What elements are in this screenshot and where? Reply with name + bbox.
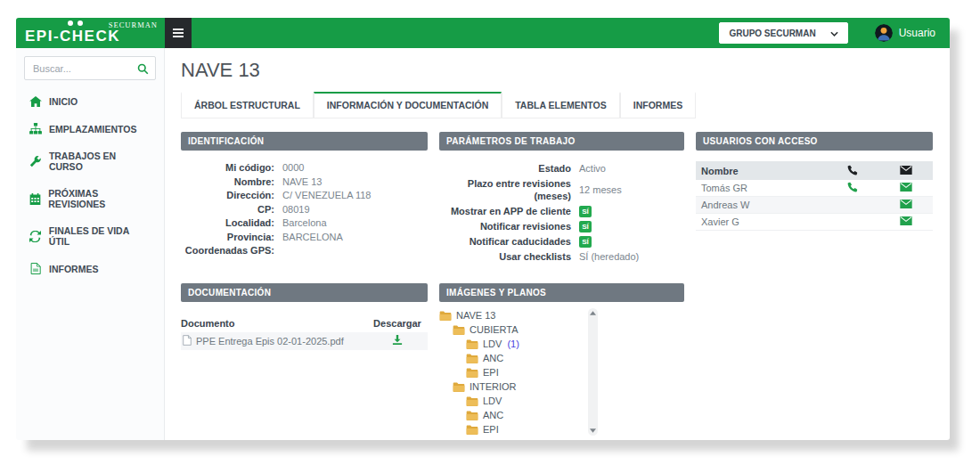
tree-item[interactable]: EPI (439, 365, 584, 379)
tree-item[interactable]: LDV (1) (439, 337, 584, 351)
work-params-fields: Estado Activo Plazo entre revisiones (me… (439, 162, 684, 263)
calendar-icon (29, 193, 41, 205)
field-value: SÍ (heredado) (579, 250, 684, 263)
field-value: Barcelona (282, 217, 428, 230)
sidebar-item[interactable]: PRÓXIMAS REVISIONES (16, 180, 164, 217)
user-menu[interactable]: Usuario (875, 18, 935, 48)
field-label: Mostrar en APP de cliente (439, 205, 571, 217)
documents-table-header: Documento Descargar (181, 314, 428, 332)
tree-scrollbar[interactable] (588, 308, 598, 436)
documents-table: Documento Descargar PPE Entrega Epis 02-… (181, 314, 428, 350)
sidebar: INICIO EMPLAZAMIENTOS TRABAJOS EN CURSO (16, 48, 165, 440)
work-params-panel-header: PARÁMETROS DE TRABAJO (439, 132, 684, 151)
brand-logo: SECURMAN EPI-CHECK (16, 18, 165, 48)
download-icon[interactable] (367, 335, 428, 347)
scroll-up-icon[interactable] (590, 311, 596, 315)
search-icon[interactable] (137, 62, 149, 78)
table-row: Andreas W (696, 197, 933, 214)
document-name[interactable]: PPE Entrega Epis 02-01-2025.pdf (196, 336, 344, 347)
sidebar-item[interactable]: INICIO (16, 88, 164, 115)
images-plans-panel: IMÁGENES Y PLANOS NAVE 13 (439, 283, 684, 436)
envelope-icon[interactable] (879, 200, 933, 210)
field-value: NAVE 13 (282, 176, 428, 189)
field-value: Activo (579, 162, 684, 175)
field-label: Notificar revisiones (439, 220, 571, 232)
field-value: SÍ (579, 206, 592, 217)
phone-icon[interactable] (826, 182, 879, 194)
search-input[interactable] (24, 56, 156, 80)
sidebar-item-label: EMPLAZAMIENTOS (49, 124, 136, 135)
field-label: Coordenadas GPS: (181, 245, 274, 257)
main-content: NAVE 13 ÁRBOL ESTRUCTURAL INFORMACIÓN Y … (165, 48, 950, 440)
envelope-icon (879, 166, 933, 176)
sidebar-item[interactable]: INFORMES (16, 255, 164, 282)
user-name: Xavier G (696, 216, 826, 227)
sidebar-item[interactable]: TRABAJOS EN CURSO (16, 143, 164, 180)
group-selector-value: GRUPO SECURMAN (729, 29, 815, 38)
tree-item-label: ANC (483, 353, 503, 363)
home-icon (29, 96, 42, 107)
file-pdf-icon (29, 263, 42, 274)
folder-icon (466, 368, 478, 378)
brand-product: EPI-CHECK (25, 29, 158, 43)
folder-icon (466, 425, 478, 435)
tree-item[interactable]: LDV (439, 394, 584, 408)
scroll-down-icon[interactable] (590, 428, 596, 433)
tab[interactable]: ÁRBOL ESTRUCTURAL (181, 92, 314, 118)
tree-item-label: EPI (483, 424, 499, 435)
tree-item-label: INTERIOR (470, 381, 517, 392)
tab[interactable]: INFORMACIÓN Y DOCUMENTACIÓN (314, 92, 502, 118)
folder-tree-items: NAVE 13 CUBIERTA (439, 308, 584, 436)
menu-toggle-button[interactable] (165, 18, 192, 48)
field-label: Usar checklists (439, 250, 571, 263)
group-selector[interactable]: GRUPO SECURMAN (719, 22, 847, 44)
tree-item-count: (1) (507, 338, 519, 349)
avatar (875, 24, 893, 42)
tab[interactable]: TABLA ELEMENTOS (502, 92, 619, 118)
users-table: Nombre Tomás GR (696, 161, 933, 231)
page-title: NAVE 13 (181, 59, 934, 82)
tab[interactable]: INFORMES (620, 92, 696, 118)
identification-panel-header: IDENTIFICACIÓN (181, 132, 428, 151)
field-label: Mi código: (181, 162, 274, 175)
users-access-panel: USUARIOS CON ACCESO Nombre Tomás GR (696, 132, 933, 273)
field-value: SÍ (579, 221, 592, 232)
sidebar-item-label: PRÓXIMAS REVISIONES (48, 188, 151, 209)
tree-item-label: ANC (483, 410, 503, 420)
app-window: SECURMAN EPI-CHECK GRUPO SECURMAN (16, 18, 950, 440)
tree-item-label: NAVE 13 (456, 310, 495, 321)
chevron-down-icon (830, 29, 838, 38)
tree-item[interactable]: EPI (439, 422, 584, 436)
folder-icon (439, 311, 452, 321)
field-label: Estado (439, 162, 571, 175)
field-value: SÍ (579, 236, 592, 248)
sync-icon (29, 231, 42, 242)
tree-item[interactable]: ANC (439, 351, 584, 365)
field-value: 12 meses (579, 183, 684, 196)
field-value (282, 245, 428, 257)
field-label: Dirección: (181, 190, 274, 202)
tree-item[interactable]: CUBIERTA (439, 322, 584, 337)
field-value: 08019 (282, 204, 428, 216)
users-table-header: Nombre (696, 161, 933, 180)
work-params-panel: PARÁMETROS DE TRABAJO Estado Activo Plaz… (439, 132, 684, 273)
tree-item[interactable]: INTERIOR (439, 379, 584, 394)
folder-icon (453, 325, 465, 335)
sidebar-item[interactable]: FINALES DE VIDA ÚTIL (16, 217, 164, 255)
sidebar-item-label: INFORMES (49, 264, 98, 274)
sidebar-item[interactable]: EMPLAZAMIENTOS (16, 115, 164, 143)
tree-item-label: LDV (483, 396, 502, 406)
user-label: Usuario (899, 27, 935, 39)
field-value: BARCELONA (282, 232, 428, 244)
tree-item[interactable]: NAVE 13 (439, 308, 584, 322)
download-column: Descargar (367, 318, 428, 329)
tree-item[interactable]: ANC (439, 408, 584, 422)
field-label: CP: (181, 204, 274, 216)
documents-panel: DOCUMENTACIÓN Documento Descargar (181, 283, 428, 436)
identification-panel: IDENTIFICACIÓN Mi código: 0000 Nombre: N… (181, 132, 428, 273)
envelope-icon[interactable] (879, 183, 933, 193)
field-label: Localidad: (181, 217, 274, 230)
users-access-panel-header: USUARIOS CON ACCESO (696, 132, 933, 151)
field-label: Nombre: (181, 176, 274, 189)
envelope-icon[interactable] (879, 216, 933, 227)
